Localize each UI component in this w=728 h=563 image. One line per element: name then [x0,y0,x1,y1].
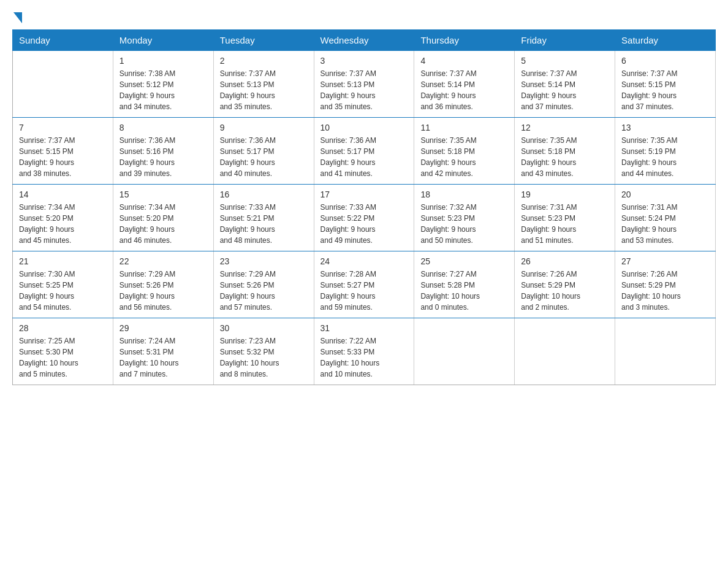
day-info: Sunrise: 7:35 AM Sunset: 5:19 PM Dayligh… [621,135,709,179]
page-header [12,12,716,23]
day-info: Sunrise: 7:38 AM Sunset: 5:12 PM Dayligh… [119,68,207,112]
day-info: Sunrise: 7:36 AM Sunset: 5:17 PM Dayligh… [220,135,308,179]
calendar-cell: 22Sunrise: 7:29 AM Sunset: 5:26 PM Dayli… [113,251,213,318]
calendar-cell [515,318,615,385]
day-info: Sunrise: 7:35 AM Sunset: 5:18 PM Dayligh… [521,135,609,179]
calendar-cell: 13Sunrise: 7:35 AM Sunset: 5:19 PM Dayli… [615,118,716,185]
calendar-cell [13,51,113,118]
calendar-cell: 27Sunrise: 7:26 AM Sunset: 5:29 PM Dayli… [615,251,716,318]
day-info: Sunrise: 7:27 AM Sunset: 5:28 PM Dayligh… [420,269,508,313]
calendar-cell: 15Sunrise: 7:34 AM Sunset: 5:20 PM Dayli… [113,185,213,251]
day-info: Sunrise: 7:37 AM Sunset: 5:15 PM Dayligh… [19,135,107,179]
calendar-cell: 28Sunrise: 7:25 AM Sunset: 5:30 PM Dayli… [13,318,113,385]
calendar-cell: 8Sunrise: 7:36 AM Sunset: 5:16 PM Daylig… [113,118,213,185]
weekday-header-thursday: Thursday [414,30,515,51]
day-number: 15 [119,190,207,199]
calendar-cell: 11Sunrise: 7:35 AM Sunset: 5:18 PM Dayli… [414,118,515,185]
day-info: Sunrise: 7:28 AM Sunset: 5:27 PM Dayligh… [320,269,408,313]
day-info: Sunrise: 7:37 AM Sunset: 5:13 PM Dayligh… [320,68,408,112]
calendar-week-row: 14Sunrise: 7:34 AM Sunset: 5:20 PM Dayli… [13,185,716,251]
day-info: Sunrise: 7:37 AM Sunset: 5:15 PM Dayligh… [621,68,709,112]
day-number: 12 [521,123,609,132]
calendar-cell: 20Sunrise: 7:31 AM Sunset: 5:24 PM Dayli… [615,185,716,251]
weekday-header-friday: Friday [515,30,615,51]
day-number: 25 [420,256,508,266]
calendar-week-row: 1Sunrise: 7:38 AM Sunset: 5:12 PM Daylig… [13,51,716,118]
calendar-cell: 21Sunrise: 7:30 AM Sunset: 5:25 PM Dayli… [13,251,113,318]
day-info: Sunrise: 7:25 AM Sunset: 5:30 PM Dayligh… [19,335,107,380]
day-number: 3 [320,56,408,66]
calendar-cell: 16Sunrise: 7:33 AM Sunset: 5:21 PM Dayli… [213,185,314,251]
calendar-cell: 23Sunrise: 7:29 AM Sunset: 5:26 PM Dayli… [213,251,314,318]
calendar-cell: 9Sunrise: 7:36 AM Sunset: 5:17 PM Daylig… [213,118,314,185]
day-number: 30 [220,323,308,333]
day-number: 14 [19,190,107,199]
calendar-week-row: 28Sunrise: 7:25 AM Sunset: 5:30 PM Dayli… [13,318,716,385]
day-number: 5 [521,56,609,66]
day-info: Sunrise: 7:37 AM Sunset: 5:14 PM Dayligh… [420,68,508,112]
day-number: 4 [420,56,508,66]
day-number: 8 [119,123,207,132]
day-number: 11 [420,123,508,132]
day-number: 27 [621,256,709,266]
day-info: Sunrise: 7:31 AM Sunset: 5:24 PM Dayligh… [621,202,709,246]
calendar-cell: 7Sunrise: 7:37 AM Sunset: 5:15 PM Daylig… [13,118,113,185]
day-info: Sunrise: 7:37 AM Sunset: 5:14 PM Dayligh… [521,68,609,112]
day-number: 31 [320,323,408,333]
calendar-cell: 26Sunrise: 7:26 AM Sunset: 5:29 PM Dayli… [515,251,615,318]
calendar-cell: 19Sunrise: 7:31 AM Sunset: 5:23 PM Dayli… [515,185,615,251]
day-number: 16 [220,190,308,199]
day-number: 20 [621,190,709,199]
day-info: Sunrise: 7:29 AM Sunset: 5:26 PM Dayligh… [119,269,207,313]
calendar-cell: 24Sunrise: 7:28 AM Sunset: 5:27 PM Dayli… [314,251,414,318]
calendar-cell: 2Sunrise: 7:37 AM Sunset: 5:13 PM Daylig… [213,51,314,118]
weekday-header-monday: Monday [113,30,213,51]
day-info: Sunrise: 7:26 AM Sunset: 5:29 PM Dayligh… [521,269,609,313]
day-info: Sunrise: 7:24 AM Sunset: 5:31 PM Dayligh… [119,335,207,380]
day-info: Sunrise: 7:36 AM Sunset: 5:16 PM Dayligh… [119,135,207,179]
calendar-cell: 18Sunrise: 7:32 AM Sunset: 5:23 PM Dayli… [414,185,515,251]
day-number: 1 [119,56,207,66]
day-info: Sunrise: 7:26 AM Sunset: 5:29 PM Dayligh… [621,269,709,313]
day-number: 19 [521,190,609,199]
day-info: Sunrise: 7:37 AM Sunset: 5:13 PM Dayligh… [220,68,308,112]
day-number: 29 [119,323,207,333]
calendar-cell [414,318,515,385]
weekday-header-saturday: Saturday [615,30,716,51]
calendar-cell: 1Sunrise: 7:38 AM Sunset: 5:12 PM Daylig… [113,51,213,118]
calendar-cell: 6Sunrise: 7:37 AM Sunset: 5:15 PM Daylig… [615,51,716,118]
day-info: Sunrise: 7:29 AM Sunset: 5:26 PM Dayligh… [220,269,308,313]
calendar-cell: 10Sunrise: 7:36 AM Sunset: 5:17 PM Dayli… [314,118,414,185]
calendar-cell: 3Sunrise: 7:37 AM Sunset: 5:13 PM Daylig… [314,51,414,118]
day-info: Sunrise: 7:33 AM Sunset: 5:21 PM Dayligh… [220,202,308,246]
weekday-header-tuesday: Tuesday [213,30,314,51]
weekday-header-sunday: Sunday [13,30,113,51]
calendar-cell: 29Sunrise: 7:24 AM Sunset: 5:31 PM Dayli… [113,318,213,385]
day-number: 2 [220,56,308,66]
day-info: Sunrise: 7:34 AM Sunset: 5:20 PM Dayligh… [119,202,207,246]
calendar-cell: 30Sunrise: 7:23 AM Sunset: 5:32 PM Dayli… [213,318,314,385]
day-info: Sunrise: 7:31 AM Sunset: 5:23 PM Dayligh… [521,202,609,246]
day-number: 17 [320,190,408,199]
day-number: 24 [320,256,408,266]
calendar-cell: 4Sunrise: 7:37 AM Sunset: 5:14 PM Daylig… [414,51,515,118]
day-number: 9 [220,123,308,132]
day-info: Sunrise: 7:32 AM Sunset: 5:23 PM Dayligh… [420,202,508,246]
day-number: 13 [621,123,709,132]
calendar-cell: 14Sunrise: 7:34 AM Sunset: 5:20 PM Dayli… [13,185,113,251]
day-number: 21 [19,256,107,266]
day-number: 18 [420,190,508,199]
weekday-header-wednesday: Wednesday [314,30,414,51]
day-number: 28 [19,323,107,333]
day-info: Sunrise: 7:23 AM Sunset: 5:32 PM Dayligh… [220,335,308,380]
day-info: Sunrise: 7:33 AM Sunset: 5:22 PM Dayligh… [320,202,408,246]
day-info: Sunrise: 7:35 AM Sunset: 5:18 PM Dayligh… [420,135,508,179]
day-info: Sunrise: 7:30 AM Sunset: 5:25 PM Dayligh… [19,269,107,313]
day-info: Sunrise: 7:34 AM Sunset: 5:20 PM Dayligh… [19,202,107,246]
calendar-week-row: 21Sunrise: 7:30 AM Sunset: 5:25 PM Dayli… [13,251,716,318]
calendar-cell: 17Sunrise: 7:33 AM Sunset: 5:22 PM Dayli… [314,185,414,251]
calendar-cell: 25Sunrise: 7:27 AM Sunset: 5:28 PM Dayli… [414,251,515,318]
day-number: 7 [19,123,107,132]
day-info: Sunrise: 7:36 AM Sunset: 5:17 PM Dayligh… [320,135,408,179]
calendar-cell: 5Sunrise: 7:37 AM Sunset: 5:14 PM Daylig… [515,51,615,118]
